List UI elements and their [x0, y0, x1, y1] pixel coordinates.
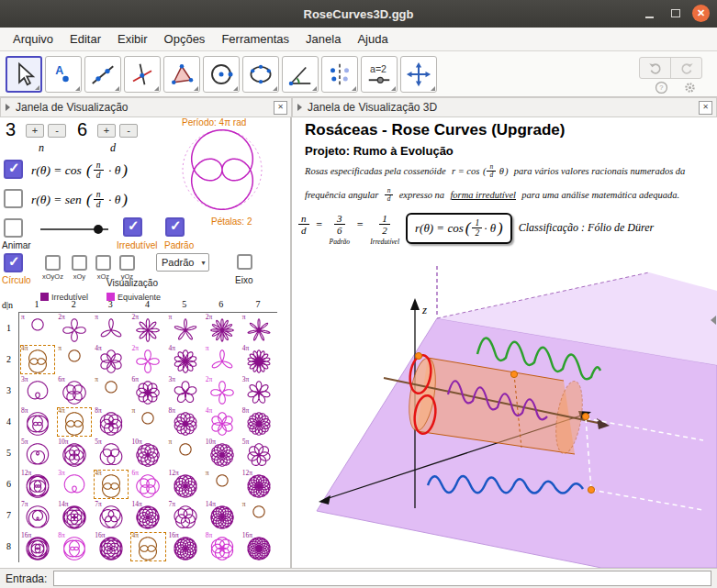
- orange-point[interactable]: [588, 486, 594, 493]
- maximize-button[interactable]: [667, 5, 684, 22]
- rose-cell-n3-d5[interactable]: 5π: [93, 438, 129, 469]
- entrada-input[interactable]: [53, 571, 711, 586]
- tool-dropdown-arrow-icon[interactable]: [35, 85, 39, 90]
- eixo-checkbox[interactable]: [237, 254, 252, 270]
- special-line-tool[interactable]: [124, 56, 161, 93]
- rose-cell-n1-d7[interactable]: 7π: [19, 500, 56, 531]
- rose-cell-n5-d5[interactable]: π: [167, 438, 204, 469]
- rose-cell-n7-d2[interactable]: 4π: [241, 344, 277, 375]
- rose-cell-n7-d5[interactable]: 5π: [241, 438, 277, 469]
- polygon-tool[interactable]: [163, 56, 200, 93]
- animar-checkbox[interactable]: [4, 218, 23, 238]
- rose-cell-n1-d5[interactable]: 5π: [19, 438, 56, 469]
- rose-cell-n5-d2[interactable]: 4π: [167, 344, 204, 375]
- orange-point[interactable]: [415, 352, 421, 359]
- rose-cell-n1-d1[interactable]: π: [19, 313, 56, 344]
- rose-cell-n4-d8[interactable]: 4π: [129, 531, 166, 562]
- orange-point[interactable]: [510, 371, 517, 377]
- menu-item-exibir[interactable]: Exibir: [109, 32, 156, 46]
- rose-cell-n1-d3[interactable]: 3π: [19, 375, 56, 406]
- checkbox-yoz[interactable]: [119, 255, 135, 271]
- rose-cell-n5-d3[interactable]: 3π: [167, 375, 204, 406]
- rose-cell-n3-d8[interactable]: 16π: [93, 531, 129, 562]
- sen-checkbox[interactable]: [4, 189, 23, 208]
- menu-item-ajuda[interactable]: Ajuda: [349, 32, 396, 46]
- graphics3d-view-header[interactable]: Janela de Visualização 3D ✕: [292, 97, 717, 117]
- irredutivel-checkbox[interactable]: [123, 217, 142, 237]
- rose-cell-n1-d8[interactable]: 16π: [19, 531, 56, 562]
- tool-dropdown-arrow-icon[interactable]: [312, 86, 317, 91]
- graphics3d-view[interactable]: Rosáceas - Rose Curves (Upgrade) Projeto…: [294, 117, 717, 568]
- rose-cell-n7-d1[interactable]: π: [241, 313, 277, 344]
- move-tool[interactable]: [6, 56, 42, 93]
- tool-dropdown-arrow-icon[interactable]: [75, 86, 80, 91]
- rose-cell-n4-d7[interactable]: 14π: [129, 500, 166, 531]
- rose-cell-n3-d6[interactable]: 4π: [93, 469, 129, 500]
- rose-cell-n6-d7[interactable]: 14π: [204, 500, 241, 531]
- point-tool[interactable]: [45, 56, 82, 93]
- rose-cell-n4-d3[interactable]: 6π: [129, 375, 166, 406]
- rose-cell-n3-d1[interactable]: π: [93, 313, 129, 344]
- minimize-button[interactable]: [641, 5, 658, 22]
- rose-cell-n1-d4[interactable]: 8π: [19, 406, 56, 438]
- rose-cell-n5-d6[interactable]: 12π: [167, 469, 204, 500]
- tool-dropdown-arrow-icon[interactable]: [352, 86, 356, 91]
- close-graphics3d-view-button[interactable]: ✕: [699, 101, 712, 115]
- menu-item-opcoes[interactable]: Opções: [156, 32, 214, 46]
- rose-cell-n3-d4[interactable]: 8π: [93, 406, 129, 438]
- padrao-dropdown[interactable]: Padrão ▾: [156, 253, 209, 272]
- menu-item-arquivo[interactable]: Arquivo: [5, 32, 62, 46]
- rose-cell-n6-d1[interactable]: 2π: [204, 313, 241, 344]
- rose-cell-n6-d5[interactable]: 10π: [204, 438, 241, 469]
- line-tool[interactable]: [84, 56, 121, 93]
- tool-dropdown-arrow-icon[interactable]: [154, 86, 159, 91]
- checkbox-xoz[interactable]: [95, 255, 111, 271]
- animation-slider-thumb[interactable]: [94, 225, 103, 234]
- rose-cell-n7-d8[interactable]: 16π: [241, 531, 277, 562]
- 3d-scene[interactable]: z: [294, 259, 717, 568]
- rose-cell-n4-d2[interactable]: 2π: [129, 344, 166, 375]
- rose-cell-n2-d8[interactable]: 8π: [56, 531, 93, 562]
- menu-item-janela[interactable]: Janela: [297, 32, 349, 46]
- rose-cell-n7-d7[interactable]: π: [241, 500, 277, 531]
- rose-cell-n2-d1[interactable]: 2π: [56, 313, 93, 344]
- rose-cell-n6-d6[interactable]: π: [204, 469, 241, 500]
- checkbox-xoyoz[interactable]: [45, 255, 61, 271]
- rose-cell-n6-d8[interactable]: 8π: [204, 531, 241, 562]
- d-decrease-button[interactable]: -: [119, 124, 138, 138]
- rose-cell-n3-d7[interactable]: 7π: [93, 500, 129, 531]
- cos-checkbox[interactable]: [4, 160, 23, 179]
- settings-button[interactable]: [683, 81, 697, 94]
- rose-cell-n2-d7[interactable]: 14π: [56, 500, 93, 531]
- panel-menu-arrow-icon[interactable]: [297, 104, 302, 111]
- rose-cell-n5-d7[interactable]: 7π: [167, 500, 204, 531]
- rose-cell-n4-d5[interactable]: 10π: [129, 438, 166, 469]
- move-view-tool[interactable]: [400, 56, 437, 93]
- n-decrease-button[interactable]: -: [48, 124, 66, 138]
- graphics-view[interactable]: 3 + - n 6 + - d Período: 4π rad Pétalas:…: [0, 117, 292, 568]
- undo-button[interactable]: [640, 58, 670, 78]
- circle-tool[interactable]: [203, 56, 240, 93]
- rose-cell-n5-d1[interactable]: π: [167, 313, 204, 344]
- rose-cell-n7-d4[interactable]: 8π: [241, 406, 277, 438]
- tool-dropdown-arrow-icon[interactable]: [273, 86, 277, 91]
- close-button[interactable]: ✕: [692, 5, 710, 22]
- angle-tool[interactable]: [282, 56, 319, 93]
- rose-cell-n4-d1[interactable]: 2π: [129, 313, 166, 344]
- rose-cell-n5-d8[interactable]: 16π: [167, 531, 204, 562]
- tool-dropdown-arrow-icon[interactable]: [194, 86, 198, 91]
- circulo-checkbox[interactable]: [4, 253, 23, 272]
- rose-cell-n1-d6[interactable]: 12π: [19, 469, 56, 500]
- tool-dropdown-arrow-icon[interactable]: [115, 86, 119, 91]
- transform-tool[interactable]: [321, 56, 358, 93]
- rose-cell-n6-d3[interactable]: 2π: [204, 375, 241, 406]
- title-bar[interactable]: RoseCurves3D.ggb ✕: [0, 0, 717, 28]
- d-increase-button[interactable]: +: [97, 124, 116, 138]
- tool-dropdown-arrow-icon[interactable]: [233, 86, 238, 91]
- rose-cell-n7-d6[interactable]: 12π: [241, 469, 277, 500]
- rose-cell-n2-d3[interactable]: 6π: [56, 375, 93, 406]
- slider-tool[interactable]: [361, 56, 398, 93]
- graphics-view-header[interactable]: Janela de Visualização ✕: [0, 97, 292, 117]
- checkbox-xoy[interactable]: [72, 255, 87, 271]
- conic-tool[interactable]: [242, 56, 279, 93]
